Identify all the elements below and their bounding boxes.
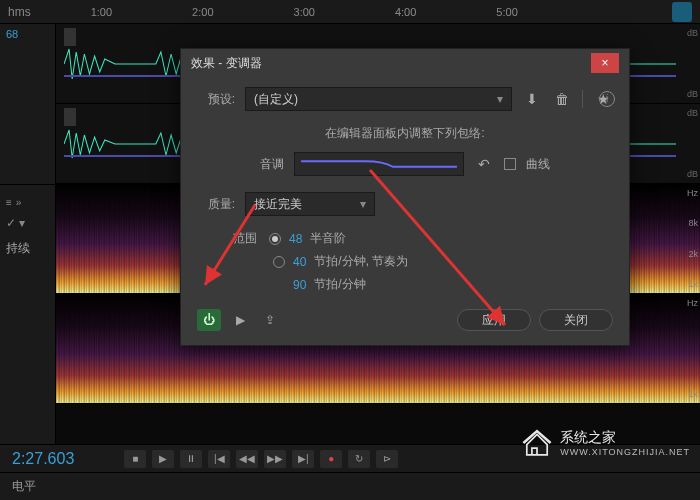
watermark-name: 系统之家	[560, 429, 690, 447]
dialog-content: 预设: (自定义) ▾ ⬇ 🗑 ★ 在编辑器面板内调整下列包络: 音调 ↶ 曲线…	[181, 77, 629, 345]
db-unit: dB	[678, 28, 698, 38]
watermark-url: WWW.XITONGZHIJIA.NET	[560, 447, 690, 457]
hz-tick: 2k	[674, 249, 698, 259]
bpm-radio[interactable]	[273, 256, 285, 268]
dialog-titlebar[interactable]: 效果 - 变调器 ×	[181, 49, 629, 77]
status-bar: 电平	[0, 472, 700, 500]
db-unit: dB	[678, 108, 698, 118]
hz-tick: 1k	[674, 279, 698, 289]
chevron-down-icon: ▾	[497, 92, 503, 106]
bpm2-unit: 节拍/分钟	[314, 276, 365, 293]
pitch-envelope-editor[interactable]	[294, 152, 464, 176]
hz-tick: 8k	[674, 218, 698, 228]
collapse-left-icon[interactable]: ≡	[6, 197, 12, 208]
bpm2-value[interactable]: 90	[293, 278, 306, 292]
left-panel: 68 ≡ » ✓ ▾ 持续	[0, 24, 56, 444]
view-mode-icon[interactable]	[672, 2, 692, 22]
apply-button[interactable]: 应用	[457, 309, 531, 331]
sidebar-hold-label: 持续	[0, 234, 55, 263]
semitone-value[interactable]: 48	[289, 232, 302, 246]
hz-scale: Hz 8k 2k 1k	[674, 188, 698, 289]
skip-back-button[interactable]: |◀	[208, 450, 230, 468]
divider	[0, 184, 55, 185]
reset-envelope-icon[interactable]: ↶	[474, 154, 494, 174]
quality-row: 质量: 接近完美 ▾	[197, 192, 613, 216]
ruler-ticks: 1:00 2:00 3:00 4:00 5:00	[41, 6, 672, 18]
sidebar-number: 68	[0, 24, 55, 44]
pitch-envelope-row: 音调 ↶ 曲线	[197, 152, 613, 176]
record-button[interactable]: ●	[320, 450, 342, 468]
pitch-shifter-dialog: 效果 - 变调器 × i 预设: (自定义) ▾ ⬇ 🗑 ★ 在编辑器面板内调整…	[180, 48, 630, 346]
db-scale: dB dB	[678, 28, 698, 99]
bpm-value[interactable]: 40	[293, 255, 306, 269]
hz-tick: 1k	[674, 389, 698, 399]
ruler-tick: 2:00	[192, 6, 213, 18]
pause-button[interactable]: ⏸	[180, 450, 202, 468]
chevron-down-icon: ▾	[360, 197, 366, 211]
ruler-tick: 1:00	[91, 6, 112, 18]
watermark: 系统之家 WWW.XITONGZHIJIA.NET	[520, 426, 690, 460]
semitone-radio[interactable]	[269, 233, 281, 245]
preview-loop-icon[interactable]: ⇪	[259, 309, 281, 331]
dialog-footer: ⏻ ▶ ⇪ 应用 关闭	[197, 297, 613, 331]
preset-select[interactable]: (自定义) ▾	[245, 87, 512, 111]
forward-button[interactable]: ▶▶	[264, 450, 286, 468]
preview-play-button[interactable]: ▶	[229, 309, 251, 331]
play-button[interactable]: ▶	[152, 450, 174, 468]
timeline-ruler: hms 1:00 2:00 3:00 4:00 5:00	[0, 0, 700, 24]
effect-power-toggle[interactable]: ⏻	[197, 309, 221, 331]
range-label: 范围	[233, 230, 257, 247]
ruler-tick: 4:00	[395, 6, 416, 18]
separator	[582, 90, 583, 108]
db-unit: dB	[678, 89, 698, 99]
range-bpm-row: 40 节拍/分钟, 节奏为	[273, 253, 613, 270]
hz-unit: Hz	[674, 298, 698, 308]
dialog-title: 效果 - 变调器	[191, 55, 262, 72]
db-unit: dB	[678, 169, 698, 179]
quality-label: 质量:	[197, 196, 235, 213]
info-icon[interactable]: i	[599, 91, 615, 107]
bpm2-row: 90 节拍/分钟	[293, 276, 613, 293]
ruler-unit-label: hms	[8, 5, 31, 19]
timecode-display[interactable]: 2:27.603	[12, 450, 74, 468]
preset-label: 预设:	[197, 91, 235, 108]
checkmark-icon[interactable]: ✓ ▾	[0, 212, 55, 234]
quality-value: 接近完美	[254, 196, 302, 213]
close-button[interactable]: ×	[591, 53, 619, 73]
semitone-unit: 半音阶	[310, 230, 346, 247]
transport-controls: ■ ▶ ⏸ |◀ ◀◀ ▶▶ ▶| ● ↻ ⊳	[124, 450, 398, 468]
ruler-tick: 3:00	[294, 6, 315, 18]
stop-button[interactable]: ■	[124, 450, 146, 468]
envelope-hint: 在编辑器面板内调整下列包络:	[197, 125, 613, 142]
curve-label: 曲线	[526, 156, 550, 173]
preset-row: 预设: (自定义) ▾ ⬇ 🗑 ★	[197, 87, 613, 111]
level-label: 电平	[12, 478, 36, 495]
hz-scale: Hz 1k	[674, 298, 698, 399]
delete-preset-icon[interactable]: 🗑	[552, 89, 572, 109]
curve-checkbox[interactable]	[504, 158, 516, 170]
close-dialog-button[interactable]: 关闭	[539, 309, 613, 331]
panel-collapse-controls: ≡ »	[0, 193, 55, 212]
skip-select-button[interactable]: ⊳	[376, 450, 398, 468]
hz-unit: Hz	[674, 188, 698, 198]
watermark-logo-icon	[520, 426, 554, 460]
ruler-tick: 5:00	[496, 6, 517, 18]
quality-select[interactable]: 接近完美 ▾	[245, 192, 375, 216]
pitch-label: 音调	[260, 156, 284, 173]
skip-forward-button[interactable]: ▶|	[292, 450, 314, 468]
bpm-unit: 节拍/分钟, 节奏为	[314, 253, 408, 270]
save-preset-icon[interactable]: ⬇	[522, 89, 542, 109]
db-scale: dB dB	[678, 108, 698, 179]
range-semitone-row: 范围 48 半音阶	[273, 230, 613, 247]
loop-button[interactable]: ↻	[348, 450, 370, 468]
expand-icon[interactable]: »	[16, 197, 22, 208]
rewind-button[interactable]: ◀◀	[236, 450, 258, 468]
preset-value: (自定义)	[254, 91, 298, 108]
